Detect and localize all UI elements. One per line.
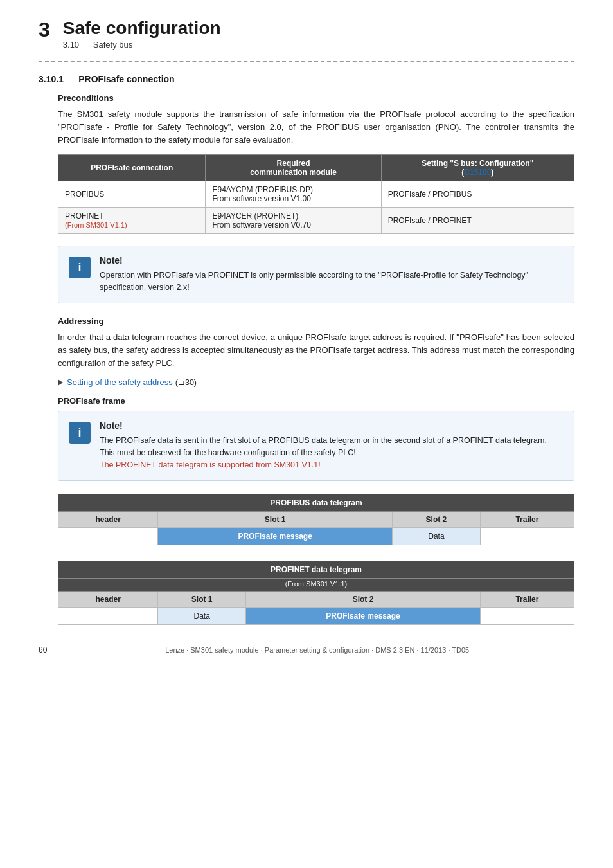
row1-col2: E94AYCPM (PROFIBUS-DP)From software vers… <box>206 181 381 208</box>
profinet-table-header-sub: (From SM301 V1.1) <box>58 578 574 591</box>
page-header: 3 Safe configuration 3.10 Safety bus <box>39 19 574 50</box>
table-row: PROFINET(From SM301 V1.1) E94AYCER (PROF… <box>58 208 574 234</box>
note-box-1: i Note! Operation with PROFIsafe via PRO… <box>58 246 574 303</box>
profinet-telegram-table: PROFINET data telegram (From SM301 V1.1)… <box>58 561 574 625</box>
row2-col3: PROFIsafe / PROFINET <box>381 208 574 234</box>
chapter-number: 3 <box>39 19 50 40</box>
chapter-subtitle: 3.10 Safety bus <box>63 40 221 50</box>
note2-title: Note! <box>100 420 564 431</box>
profibus-col-header-2: Slot 1 <box>158 511 393 527</box>
profibus-cell-slot1: PROFIsafe message <box>158 527 393 545</box>
addressing-label: Addressing <box>58 316 574 326</box>
table-row: PROFIBUS E94AYCPM (PROFIBUS-DP)From soft… <box>58 181 574 208</box>
section-heading: 3.10.1 PROFIsafe connection <box>39 74 574 84</box>
profisafe-frame-label: PROFIsafe frame <box>58 396 574 406</box>
preconditions-paragraph: The SM301 safety module supports the tra… <box>58 108 574 147</box>
profibus-col-header-4: Trailer <box>480 511 574 527</box>
profibus-cell-slot2: Data <box>393 527 481 545</box>
profinet-cell-slot2: PROFIsafe message <box>246 607 481 624</box>
note1-text: Operation with PROFIsafe via PROFINET is… <box>100 269 564 294</box>
note2-content: Note! The PROFIsafe data is sent in the … <box>100 420 564 471</box>
note2-text: The PROFIsafe data is sent in the first … <box>100 435 564 471</box>
connection-table: PROFIsafe connection Requiredcommunicati… <box>58 154 574 234</box>
info-icon-2: i <box>69 422 91 444</box>
c15100-link[interactable]: C15100 <box>464 168 491 177</box>
safety-address-link[interactable]: Setting of the safety address <box>67 377 173 387</box>
table-col1-header: PROFIsafe connection <box>58 155 206 181</box>
arrow-icon <box>58 379 63 386</box>
profinet-col-header-4: Trailer <box>480 591 574 607</box>
table-col3-header: Setting "S bus: Configuration"(C15100) <box>381 155 574 181</box>
section-number: 3.10 <box>63 40 79 50</box>
profinet-cell-slot1: Data <box>158 607 246 624</box>
profinet-table-header: PROFINET data telegram <box>58 561 574 578</box>
table-col2-header: Requiredcommunication module <box>206 155 381 181</box>
section-label: Safety bus <box>93 40 132 50</box>
note1-content: Note! Operation with PROFIsafe via PROFI… <box>100 255 564 294</box>
section-num: 3.10.1 <box>39 74 64 84</box>
safety-address-link-container: Setting of the safety address (⊐30) <box>58 377 574 387</box>
profibus-telegram-table: PROFIBUS data telegram header Slot 1 Slo… <box>58 494 574 545</box>
note-box-2: i Note! The PROFIsafe data is sent in th… <box>58 411 574 480</box>
chapter-title: Safe configuration <box>63 19 221 37</box>
row1-col3: PROFIsafe / PROFIBUS <box>381 181 574 208</box>
row2-col1: PROFINET(From SM301 V1.1) <box>58 208 206 234</box>
profibus-col-header-1: header <box>58 511 158 527</box>
note1-title: Note! <box>100 255 564 266</box>
content-area: Preconditions The SM301 safety module su… <box>39 93 574 625</box>
row2-col2: E94AYCER (PROFINET)From software version… <box>206 208 381 234</box>
profibus-data-row: PROFIsafe message Data <box>58 527 574 545</box>
section-title: PROFIsafe connection <box>78 74 174 84</box>
preconditions-label: Preconditions <box>58 93 574 103</box>
profinet-col-header-2: Slot 1 <box>158 591 246 607</box>
dashed-separator <box>39 61 574 62</box>
profinet-data-row: Data PROFIsafe message <box>58 607 574 624</box>
addressing-paragraph: In order that a data telegram reaches th… <box>58 331 574 370</box>
profinet-col-header-1: header <box>58 591 158 607</box>
profibus-cell-header <box>58 527 158 545</box>
page-footer: 60 Lenze · SM301 safety module · Paramet… <box>39 646 574 655</box>
footer-text: Lenze · SM301 safety module · Parameter … <box>60 646 574 654</box>
profinet-cell-header <box>58 607 158 624</box>
profinet-col-header-3: Slot 2 <box>246 591 481 607</box>
note2-highlight: The PROFINET data telegram is supported … <box>100 460 321 469</box>
page-number: 60 <box>39 646 47 655</box>
chapter-title-block: Safe configuration 3.10 Safety bus <box>63 19 221 50</box>
profibus-col-header-3: Slot 2 <box>393 511 481 527</box>
profibus-table-header: PROFIBUS data telegram <box>58 494 574 511</box>
row1-col1: PROFIBUS <box>58 181 206 208</box>
profibus-cell-trailer <box>480 527 574 545</box>
profinet-cell-trailer <box>480 607 574 624</box>
link-ref: (⊐30) <box>175 377 197 387</box>
info-icon-1: i <box>69 257 91 278</box>
